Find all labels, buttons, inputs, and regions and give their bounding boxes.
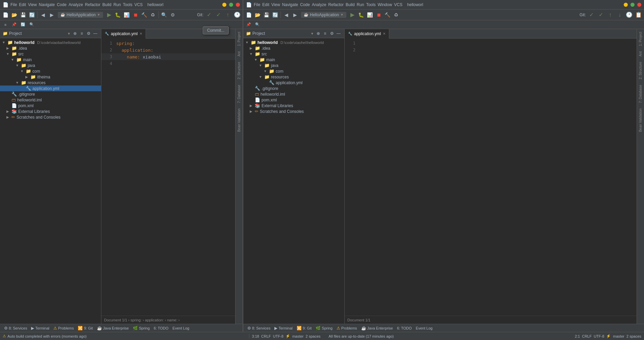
left-tree-extlib[interactable]: ▶ 📚 External Libraries [0, 108, 101, 114]
left-tree-root[interactable]: ▼ 📁 helloworld D:\code\xiaobai\helloworl… [0, 40, 101, 45]
right-menu-run[interactable]: Run [357, 2, 364, 7]
left-search-btn[interactable]: 🔍 [160, 11, 168, 19]
left-active-tab[interactable]: 🔧 application.yml ✕ [101, 29, 146, 39]
right-menu-vcs[interactable]: VCS [394, 2, 402, 7]
right-build-btn[interactable]: 🔨 [383, 11, 392, 19]
right-strip-structure[interactable]: 2: Structure [638, 59, 643, 82]
left-strip-project[interactable]: 1: Project [237, 29, 242, 49]
left-sidebar-dropdown[interactable]: ▼ [67, 32, 71, 35]
left-tree-java[interactable]: ▼ 📁 java [0, 63, 101, 68]
left-ide-menu-view[interactable]: View [28, 2, 37, 7]
left-strip-ant[interactable]: Ant [237, 49, 242, 59]
left-ide-menu-run[interactable]: Run [114, 2, 121, 7]
right-status-services[interactable]: ⚙ 8: Services [246, 326, 272, 331]
right-active-tab[interactable]: 🔧 application.yml ✕ [345, 29, 389, 39]
right-stop-btn[interactable]: ⏹ [375, 11, 383, 19]
right-status-problems[interactable]: ⚠ Problems [335, 326, 358, 331]
left-maximize-btn[interactable] [229, 3, 233, 7]
right-debug-btn[interactable]: 🐛 [357, 11, 365, 19]
right-menu-edit[interactable]: Edit [262, 2, 269, 7]
right-strip-bean[interactable]: Bean Validation [638, 106, 643, 135]
right-status-eventlog[interactable]: Event Log [415, 326, 434, 330]
right-tree-iml[interactable]: ▶ 🗃 helloworld.iml [243, 91, 344, 97]
left-git-update-btn[interactable]: ↑ [224, 11, 232, 19]
left-ide-menu-analyze[interactable]: Analyze [69, 2, 83, 7]
right-tree-main[interactable]: ▼ 📁 main [243, 57, 344, 63]
left-ide-menu-edit[interactable]: Edit [19, 2, 26, 7]
left-status-je[interactable]: ☕ Java Enterprise [96, 326, 130, 331]
right-open-btn[interactable]: 📂 [253, 11, 262, 19]
right-tree-extlib[interactable]: ▶ 📚 External Libraries [243, 103, 344, 108]
left-run-config[interactable]: ☕ HelloApplication ▼ [58, 12, 103, 18]
left-sync-btn[interactable]: 🔄 [28, 11, 36, 19]
left-status-services[interactable]: ⚙ 8: Services [3, 326, 28, 331]
right-sidebar-dropdown[interactable]: ▼ [311, 32, 314, 35]
left-branch[interactable]: master [292, 334, 304, 338]
right-tab-close[interactable]: ✕ [383, 32, 386, 35]
right-tree-java[interactable]: ▼ 📁 java [243, 63, 344, 68]
right-menu-analyze[interactable]: Analyze [312, 2, 326, 7]
left-settings-btn[interactable]: ⚙ [169, 11, 177, 19]
right-status-todo[interactable]: 6: TODO [396, 326, 413, 330]
left-tree-main[interactable]: ▼ 📁 main [0, 57, 101, 63]
right-new-file-btn[interactable]: 📄 [245, 11, 253, 19]
right-minimize-btn[interactable] [624, 3, 628, 7]
left-status-todo[interactable]: 6: TODO [152, 326, 170, 330]
left-open-btn[interactable]: 📂 [10, 11, 18, 19]
right-back-btn[interactable]: ◀ [282, 11, 290, 19]
right-rebuild-btn[interactable]: ♻ [392, 11, 400, 19]
left-sidebar-btn2[interactable]: ≡ [79, 30, 85, 37]
left-git-commit-btn[interactable]: ✓ [205, 11, 213, 19]
left-close-btn[interactable] [236, 3, 240, 7]
right-sidebar-btn2[interactable]: ≡ [322, 30, 328, 37]
left-status-problems[interactable]: ⚠ Problems [52, 326, 75, 331]
right-git-btn5[interactable]: 🕐 [625, 11, 633, 19]
left-minimize-btn[interactable] [222, 3, 226, 7]
right-git-btn6[interactable]: 📋 [635, 11, 643, 19]
right-status-je[interactable]: ☕ Java Enterprise [360, 326, 394, 331]
left-status-spring[interactable]: 🌿 Spring [131, 326, 151, 331]
left-tree-pom[interactable]: ▶ 📄 pom.xml [0, 103, 101, 108]
left-git-history-btn[interactable]: 🕐 [233, 11, 241, 19]
left-ide-menu-tools[interactable]: Tools [123, 2, 132, 7]
left-rebuild-btn[interactable]: ♻ [149, 11, 157, 19]
left-back-btn[interactable]: ◀ [39, 11, 47, 19]
right-tree-src[interactable]: ▼ 📁 src [243, 51, 344, 57]
right-branch[interactable]: master [613, 334, 624, 338]
left-tb2-btn1[interactable]: ≡ [1, 21, 9, 29]
left-status-eventlog[interactable]: Event Log [171, 326, 191, 330]
right-tree-gitignore[interactable]: ▶ 🔧 .gitignore [243, 86, 344, 91]
right-tree-appyml[interactable]: ▶ 🔧 application.yml [243, 80, 344, 86]
right-git-btn3[interactable]: ↑ [606, 11, 614, 19]
left-tree-appyml[interactable]: ▶ 🔧 application.yml [0, 86, 101, 91]
left-ide-menu-build[interactable]: Build [102, 2, 112, 7]
right-status-spring[interactable]: 🌿 Spring [314, 326, 334, 331]
left-tab-close[interactable]: ✕ [140, 32, 142, 35]
left-status-git[interactable]: 🔀 9: Git [76, 326, 94, 331]
right-tree-scratches[interactable]: ▶ ✏ Scratches and Consoles [243, 108, 344, 114]
right-tree-root[interactable]: ▼ 📁 helloworld D:\code\xiaohei\helloworl… [243, 40, 344, 45]
right-run-config[interactable]: ☕ HelloApplication ▼ [301, 12, 346, 18]
right-maximize-btn[interactable] [630, 3, 635, 7]
right-save-btn[interactable]: 💾 [262, 11, 270, 19]
right-status-git[interactable]: 🔀 9: Git [295, 326, 313, 331]
right-menu-refactor[interactable]: Refactor [328, 2, 344, 7]
left-tree-gitignore[interactable]: ▶ 🔧 .gitignore [0, 91, 101, 97]
right-strip-database[interactable]: 7: Database [638, 82, 643, 106]
left-save-btn[interactable]: 💾 [19, 11, 27, 19]
left-code-editor[interactable]: 1 spring: 2 application: 3 name: xiaobai [101, 39, 235, 316]
left-strip-database[interactable]: 7: Database [237, 82, 242, 106]
left-tb2-btn4[interactable]: 🔍 [28, 21, 36, 29]
right-status-terminal[interactable]: ▶ Terminal [273, 326, 294, 331]
left-stop-btn[interactable]: ⏹ [131, 11, 140, 19]
left-tree-src[interactable]: ▼ 📁 src [0, 51, 101, 57]
right-close-btn[interactable] [637, 3, 641, 7]
left-tb2-btn3[interactable]: 🔄 [19, 21, 27, 29]
right-menu-code[interactable]: Code [300, 2, 310, 7]
left-coverage-btn[interactable]: 📊 [123, 11, 131, 19]
left-strip-structure[interactable]: 2: Structure [237, 59, 242, 82]
left-sidebar-btn3[interactable]: ⚙ [85, 30, 92, 37]
right-code-editor[interactable]: 1 2 [345, 39, 637, 316]
right-menu-navigate[interactable]: Navigate [282, 2, 298, 7]
right-sync-btn[interactable]: 🔄 [271, 11, 279, 19]
